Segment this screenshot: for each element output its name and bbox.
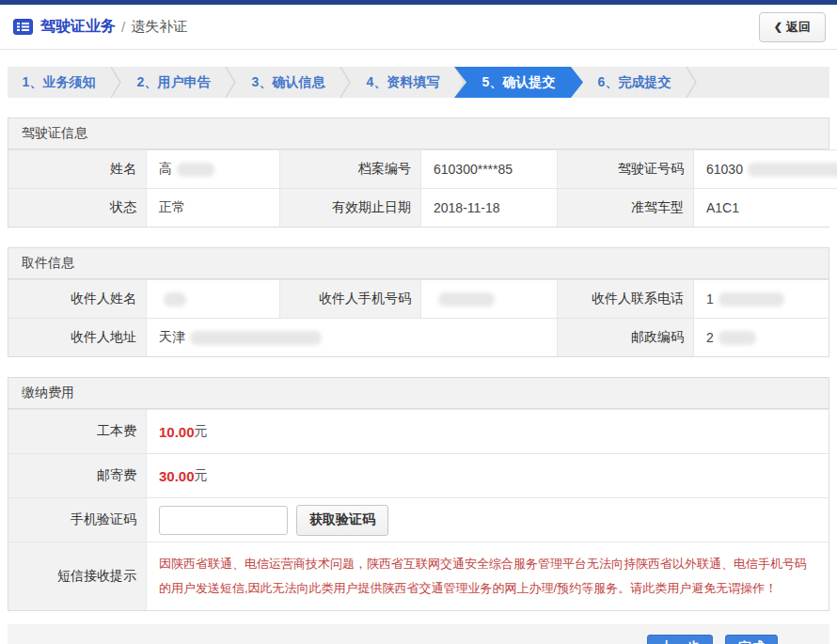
tab-separator: [686, 67, 698, 98]
license-info-section: 驾驶证信息 姓名 高 档案编号 610300****85 驾驶证号码 61030…: [8, 118, 829, 228]
finish-button[interactable]: 完成: [725, 635, 778, 644]
back-button-label: 返回: [786, 19, 811, 36]
tab-separator: [340, 67, 352, 98]
production-fee-amount: 10.00: [159, 424, 195, 440]
recipient-mobile-value: [420, 279, 557, 318]
redacted-blur: [748, 163, 837, 177]
production-fee-unit: 元: [195, 423, 208, 440]
tab-step-6[interactable]: 6、完成提交: [583, 67, 686, 98]
recipient-phone-label: 收件人联系电话: [557, 279, 693, 318]
redacted-blur: [190, 331, 322, 345]
license-number-value: 61030: [693, 149, 837, 188]
expiry-value: 2018-11-18: [420, 188, 557, 227]
status-value: 正常: [146, 188, 279, 227]
sms-notice-cell: 因陕西省联通、电信运营商技术问题，陕西省互联网交通安全综合服务管理平台无法向持陕…: [146, 542, 829, 610]
tab-separator: [225, 67, 237, 98]
fees-section-title: 缴纳费用: [8, 378, 829, 409]
license-section-title: 驾驶证信息: [8, 118, 829, 149]
tab-separator: [110, 67, 122, 98]
recipient-address-label: 收件人地址: [8, 318, 146, 356]
recipient-name-value: [146, 279, 279, 318]
sms-notice-label: 短信接收提示: [8, 542, 146, 610]
name-value: 高: [146, 149, 279, 188]
page-header: 驾驶证业务 / 遗失补证 ❮ 返回: [0, 5, 837, 50]
tab-step-2[interactable]: 2、用户申告: [122, 67, 225, 98]
file-number-value: 610300****85: [420, 149, 557, 188]
vehicle-class-label: 准驾车型: [557, 188, 693, 227]
previous-step-button[interactable]: 上一步: [647, 635, 713, 644]
tab-step-3[interactable]: 3、确认信息: [237, 67, 340, 98]
name-label: 姓名: [8, 149, 146, 188]
postage-fee-amount: 30.00: [159, 468, 195, 484]
sms-code-label: 手机验证码: [8, 497, 146, 542]
recipient-name-label: 收件人姓名: [8, 279, 146, 318]
postal-code-label: 邮政编码: [557, 318, 693, 356]
page-title: 驾驶证业务: [40, 17, 116, 37]
back-button[interactable]: ❮ 返回: [759, 12, 826, 42]
chevron-left-icon: ❮: [774, 22, 782, 32]
tab-step-1[interactable]: 1、业务须知: [8, 67, 110, 98]
fees-section: 缴纳费用 工本费 10.00元 邮寄费 30.00元 手机验证码 获取验证码 短…: [8, 377, 829, 611]
production-fee-label: 工本费: [8, 409, 146, 453]
expiry-label: 有效期止日期: [279, 188, 420, 227]
sms-code-cell: 获取验证码: [146, 497, 829, 542]
tab-step-4[interactable]: 4、资料填写: [352, 67, 454, 98]
file-number-label: 档案编号: [279, 149, 420, 188]
postage-fee-value: 30.00元: [146, 453, 829, 497]
redacted-blur: [164, 292, 186, 306]
postal-code-value: 2: [693, 318, 829, 356]
fees-table: 工本费 10.00元 邮寄费 30.00元 手机验证码 获取验证码 短信接收提示…: [8, 409, 829, 610]
breadcrumb-current: 遗失补证: [131, 18, 187, 36]
tab-bar-filler: [698, 67, 829, 98]
redacted-blur: [719, 331, 756, 345]
license-number-label: 驾驶证号码: [557, 149, 693, 188]
pickup-section-title: 取件信息: [8, 248, 829, 279]
pickup-info-table: 收件人姓名 收件人手机号码 收件人联系电话 1 收件人地址 天津 邮政编码 2: [8, 279, 829, 356]
recipient-address-value: 天津: [146, 318, 557, 356]
redacted-blur: [177, 163, 214, 177]
production-fee-value: 10.00元: [146, 409, 829, 453]
redacted-blur: [719, 292, 784, 306]
tab-step-5-active[interactable]: 5、确认提交: [454, 67, 583, 98]
redacted-blur: [438, 292, 495, 306]
license-info-table: 姓名 高 档案编号 610300****85 驾驶证号码 61030 状态 正常…: [8, 149, 829, 227]
recipient-phone-value: 1: [693, 279, 829, 318]
pickup-info-section: 取件信息 收件人姓名 收件人手机号码 收件人联系电话 1 收件人地址 天津 邮政…: [8, 247, 829, 357]
sms-code-input[interactable]: [159, 506, 288, 535]
get-sms-code-button[interactable]: 获取验证码: [296, 505, 388, 536]
sms-notice-text: 因陕西省联通、电信运营商技术问题，陕西省互联网交通安全综合服务管理平台无法向持陕…: [159, 546, 819, 606]
breadcrumb-separator: /: [121, 19, 125, 35]
postage-fee-label: 邮寄费: [8, 453, 146, 497]
license-services-icon: [13, 19, 33, 35]
step-tabs: 1、业务须知 2、用户申告 3、确认信息 4、资料填写 5、确认提交 6、完成提…: [8, 67, 829, 98]
vehicle-class-value: A1C1: [693, 188, 837, 227]
status-label: 状态: [8, 188, 146, 227]
postage-fee-unit: 元: [195, 467, 208, 484]
footer-action-bar: 上一步 完成: [8, 624, 829, 644]
recipient-mobile-label: 收件人手机号码: [279, 279, 420, 318]
